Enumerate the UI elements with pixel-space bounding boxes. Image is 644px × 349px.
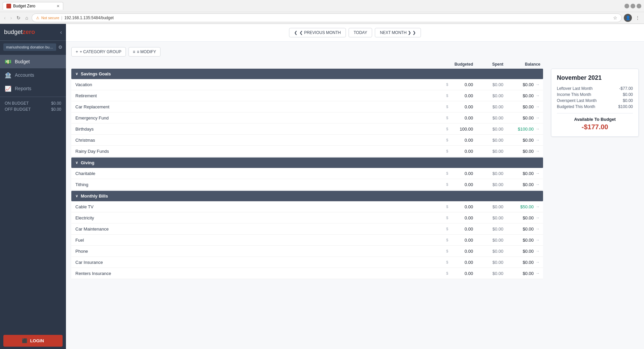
spent-cell: $0.00 [473,249,503,254]
row-arrow-button[interactable]: → [535,81,540,88]
budgeted-cell[interactable]: $ [429,260,473,265]
minimize-button[interactable]: ─ [624,4,629,8]
budgeted-cell[interactable]: $ [429,104,473,109]
group-header-1[interactable]: ∨Giving [71,158,543,168]
budget-amount-input[interactable] [450,127,473,132]
dollar-sign: $ [446,116,448,120]
budgeted-cell[interactable]: $ [429,115,473,120]
budgeted-cell[interactable]: $ [429,238,473,243]
add-category-group-button[interactable]: + + CATEGORY GROUP [71,47,126,57]
row-arrow-button[interactable]: → [535,137,540,143]
row-arrow-button[interactable]: → [535,181,540,187]
on-budget-label: ON BUDGET [5,101,29,106]
address-bar[interactable]: ⚠ Not secure | 192.168.1.135:5484/budget… [32,13,622,22]
balance-value: $0.00 [523,271,534,276]
dollar-sign: $ [446,82,448,86]
today-button[interactable]: TODAY [349,28,372,37]
forward-button[interactable]: › [9,14,13,21]
modify-button[interactable]: ≡ ≡ MODIFY [129,47,160,57]
budgeted-cell[interactable]: $ [429,249,473,254]
row-arrow-button[interactable]: → [535,215,540,221]
budget-amount-input[interactable] [450,182,473,187]
home-button[interactable]: ⌂ [24,14,29,21]
budgeted-cell[interactable]: $ [429,226,473,232]
budget-amount-input[interactable] [450,249,473,254]
row-arrow-button[interactable]: → [535,93,540,99]
budgeted-cell[interactable]: $ [429,215,473,220]
back-button[interactable]: ‹ [3,14,7,21]
budgeted-cell[interactable]: $ [429,204,473,209]
budget-amount-input[interactable] [450,215,473,220]
row-arrow-button[interactable]: → [535,115,540,121]
prev-month-button[interactable]: ❮ ❮ PREVIOUS MONTH [289,28,346,37]
budget-amount-input[interactable] [450,82,473,87]
balance-value: $0.00 [523,215,534,220]
row-arrow-button[interactable]: → [535,148,540,154]
row-arrow-button[interactable]: → [535,270,540,276]
login-button[interactable]: ⬛ LOGIN [3,335,63,347]
browser-tab[interactable]: Budget Zero ✕ [3,2,63,10]
budgeted-cell[interactable]: $ [429,138,473,143]
table-row: Charitable $ $0.00 $0.00 → [71,168,543,179]
dollar-sign: $ [446,105,448,109]
row-arrow-button[interactable]: → [535,204,540,210]
balance-cell: $0.00 → [503,81,540,88]
sidebar-collapse-button[interactable]: ‹ [60,29,62,35]
balance-cell: $0.00 → [503,248,540,254]
dollar-sign: $ [446,238,448,242]
table-row: Car Maintenance $ $0.00 $0.00 → [71,223,543,235]
off-budget-value: $0.00 [51,107,61,112]
group-name: Savings Goals [81,71,111,76]
close-button[interactable]: ✕ [637,4,641,8]
row-arrow-button[interactable]: → [535,226,540,232]
budget-amount-input[interactable] [450,115,473,120]
budget-amount-input[interactable] [450,149,473,154]
sidebar-item-budget[interactable]: 💵 Budget [0,55,66,68]
budgeted-cell[interactable]: $ [429,93,473,98]
row-arrow-button[interactable]: → [535,237,540,243]
group-header-2[interactable]: ∨Monthly Bills [71,191,543,201]
next-month-button[interactable]: NEXT MONTH ❯ ❯ [375,28,421,37]
spent-cell: $0.00 [473,182,503,187]
row-arrow-button[interactable]: → [535,248,540,254]
restore-button[interactable]: □ [631,4,635,8]
budgeted-cell[interactable]: $ [429,149,473,154]
dollar-sign: $ [446,249,448,253]
reload-button[interactable]: ↻ [15,14,22,21]
budget-amount-input[interactable] [450,260,473,265]
budgeted-cell[interactable]: $ [429,82,473,87]
budget-amount-input[interactable] [450,104,473,109]
budgeted-cell[interactable]: $ [429,271,473,276]
budgeted-cell[interactable]: $ [429,182,473,187]
table-row: Birthdays $ $0.00 $100.00 → [71,124,543,135]
budgeted-cell[interactable]: $ [429,127,473,132]
top-navigation: ❮ ❮ PREVIOUS MONTH TODAY NEXT MONTH ❯ ❯ [66,24,644,42]
budget-amount-input[interactable] [450,238,473,243]
budgeted-cell[interactable]: $ [429,171,473,176]
budget-amount-input[interactable] [450,226,473,232]
tab-close-button[interactable]: ✕ [57,4,60,8]
budget-amount-input[interactable] [450,271,473,276]
group-header-0[interactable]: ∨Savings Goals [71,69,543,79]
on-budget-row: ON BUDGET $0.00 [5,100,61,106]
sidebar-item-reports[interactable]: 📈 Reports [0,82,66,95]
budget-amount-input[interactable] [450,204,473,209]
budget-name[interactable]: mariushosting donation budget [3,43,56,51]
budget-amount-input[interactable] [450,138,473,143]
balance-cell: $50.00 → [503,204,540,210]
sidebar-item-accounts[interactable]: 🏦 Accounts [0,68,66,82]
row-arrow-button[interactable]: → [535,126,540,132]
spent-cell: $0.00 [473,138,503,143]
table-row: Retirement $ $0.00 $0.00 → [71,90,543,101]
budget-amount-input[interactable] [450,171,473,176]
group-chevron-icon: ∨ [75,194,78,198]
row-arrow-button[interactable]: → [535,259,540,265]
profile-button[interactable]: 👤 [624,14,632,22]
budget-settings-button[interactable]: ⚙ [58,44,63,50]
row-arrow-button[interactable]: → [535,170,540,176]
row-arrow-button[interactable]: → [535,104,540,110]
budget-amount-input[interactable] [450,93,473,98]
bookmark-icon[interactable]: ☆ [613,15,617,21]
menu-button[interactable]: ⋮ [634,14,641,21]
header-spent: Spent [473,62,503,67]
